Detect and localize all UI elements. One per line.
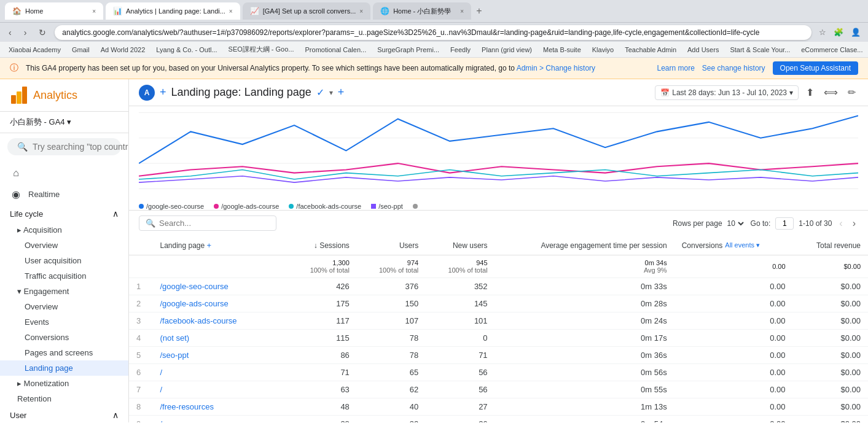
section-lifecycle[interactable]: Life cycle ∧: [0, 205, 128, 222]
sidebar-item-overview[interactable]: Overview: [0, 238, 128, 253]
bookmark-xiaobai-academy[interactable]: Xiaobai Academy: [5, 45, 65, 55]
row-landing-page[interactable]: /facebook-ads-course: [152, 312, 287, 330]
see-change-history-button[interactable]: See change history: [702, 61, 765, 75]
bookmark-teachable[interactable]: Teachable Admin: [621, 45, 680, 55]
row-conversions: 0.00: [674, 416, 793, 423]
property-selector[interactable]: 小白新勢 - GA4 ▾: [0, 112, 128, 133]
date-range-selector[interactable]: 📅 Last 28 days: Jun 13 - Jul 10, 2023 ▾: [655, 85, 799, 100]
learn-more-button[interactable]: Learn more: [657, 61, 694, 75]
col-new-users[interactable]: New users: [426, 236, 495, 255]
share-button[interactable]: ⬆: [803, 84, 816, 101]
col-landing-page[interactable]: Landing page +: [152, 236, 287, 255]
sort-icon: ↓: [314, 241, 318, 250]
row-users: 78: [357, 330, 426, 347]
row-num: 1: [129, 278, 152, 295]
refresh-button[interactable]: ↻: [35, 26, 50, 39]
bookmark-promo[interactable]: Promotional Calen...: [302, 45, 370, 55]
sidebar-item-engagement-overview[interactable]: Overview: [0, 299, 128, 314]
table-row: 6 / 71 65 56 0m 56s 0.00 $0.00: [129, 364, 868, 381]
bookmark-feedly[interactable]: Feedly: [447, 45, 474, 55]
bookmark-gmail[interactable]: Gmail: [68, 45, 93, 55]
sidebar-item-traffic-acquisition[interactable]: Traffic acquisition: [0, 268, 128, 284]
row-landing-page[interactable]: /google-ads-course: [152, 295, 287, 312]
tab-analytics[interactable]: 📊 Analytics | Landing page: Landi... ×: [106, 2, 240, 20]
row-landing-page[interactable]: /: [152, 381, 287, 398]
row-landing-page[interactable]: /seo-ppt: [152, 347, 287, 364]
address-input[interactable]: [55, 25, 811, 40]
row-users: 40: [357, 398, 426, 416]
add-report-button[interactable]: +: [160, 86, 166, 99]
section-user[interactable]: User ∧: [0, 406, 128, 422]
sidebar-item-retention[interactable]: Retention: [0, 391, 123, 406]
total-conversions: 0.00: [674, 255, 793, 278]
bookmark-lyang[interactable]: Lyang & Co. - Outl...: [152, 45, 221, 55]
back-button[interactable]: ‹: [5, 26, 15, 39]
row-landing-page[interactable]: /google-seo-course: [152, 278, 287, 295]
search-icon: 🔍: [146, 219, 155, 228]
tab-ga4[interactable]: 📈 [GA4] Set up a scroll convers... ×: [243, 2, 370, 20]
forward-button[interactable]: ›: [20, 26, 31, 39]
rows-per-page-select[interactable]: 10 25 50: [725, 219, 746, 228]
bookmark-addusers[interactable]: Add Users: [684, 45, 722, 55]
row-landing-page[interactable]: (not set): [152, 330, 287, 347]
bookmark-klaviyo[interactable]: Klaviyo: [588, 45, 617, 55]
bookmark-plann[interactable]: Plann (grid view): [478, 45, 536, 55]
bookmark-adworld[interactable]: Ad World 2022: [97, 45, 149, 55]
col-revenue[interactable]: Total revenue: [793, 236, 868, 255]
sidebar-item-pages-screens[interactable]: Pages and screens: [0, 345, 128, 360]
bookmark-seo[interactable]: SEO課程大綱 - Goo...: [225, 44, 298, 55]
bookmark-ecommerce[interactable]: eCommerce Clase...: [797, 45, 866, 55]
sidebar-item-realtime[interactable]: ◉ Realtime: [0, 184, 123, 205]
sidebar-item-conversions[interactable]: Conversions: [0, 330, 128, 345]
prev-page-button[interactable]: ‹: [837, 217, 845, 230]
row-landing-page[interactable]: /courses: [152, 416, 287, 423]
svg-rect-1: [17, 91, 22, 104]
col-sessions[interactable]: ↓ Sessions: [287, 236, 356, 255]
new-tab-button[interactable]: +: [474, 3, 484, 19]
add-comparison-button[interactable]: +: [338, 86, 345, 99]
sidebar-item-user-acquisition[interactable]: User acquisition: [0, 253, 128, 268]
tab-close-home[interactable]: ×: [92, 8, 96, 15]
row-landing-page[interactable]: /: [152, 364, 287, 381]
sidebar-search-input[interactable]: [33, 142, 129, 152]
extension-icon[interactable]: 🧩: [831, 26, 846, 38]
col-users[interactable]: Users: [357, 236, 426, 255]
notification-icon: ⓘ: [10, 63, 18, 74]
sidebar-item-landing-page[interactable]: Landing page: [0, 360, 128, 376]
row-landing-page[interactable]: /free-resources: [152, 398, 287, 416]
tab-close-xiaobai[interactable]: ×: [460, 8, 464, 15]
sidebar-item-home[interactable]: ⌂: [0, 163, 123, 184]
tab-xiaobai[interactable]: 🌐 Home - 小白新勢學 ×: [373, 2, 471, 20]
edit-button[interactable]: ✏: [845, 84, 858, 101]
compare-button[interactable]: ⟺: [821, 84, 840, 101]
open-setup-assistant-button[interactable]: Open Setup Assistant: [773, 61, 858, 75]
table-row: 3 /facebook-ads-course 117 107 101 0m 24…: [129, 312, 868, 330]
app-layout: Analytics 小白新勢 - GA4 ▾ 🔍 ⌂ ◉ Realtime Li…: [0, 79, 868, 422]
sidebar-item-acquisition[interactable]: ▸ Acquisition: [0, 222, 123, 238]
admin-change-history-link[interactable]: Admin > Change history: [517, 64, 595, 72]
tab-close-ga4[interactable]: ×: [359, 8, 363, 15]
bookmark-surge[interactable]: SurgeGraph Premi...: [373, 45, 443, 55]
bookmark-startscale[interactable]: Start & Scale Your...: [726, 45, 794, 55]
profile-icon[interactable]: 👤: [848, 26, 863, 38]
sidebar-item-engagement[interactable]: ▾ Engagement: [0, 284, 123, 299]
table-row: 8 /free-resources 48 40 27 1m 13s 0.00 $…: [129, 398, 868, 416]
col-conversions[interactable]: Conversions All events ▾: [674, 236, 793, 255]
tab-close-analytics[interactable]: ×: [229, 8, 233, 15]
row-revenue: $0.00: [793, 416, 868, 423]
sidebar-item-monetization[interactable]: ▸ Monetization: [0, 376, 123, 391]
go-to-input[interactable]: [775, 217, 794, 230]
bookmark-meta[interactable]: Meta B-suite: [539, 45, 585, 55]
sidebar-item-events[interactable]: Events: [0, 314, 128, 330]
all-events-link[interactable]: All events ▾: [725, 241, 760, 249]
row-sessions: 115: [287, 330, 356, 347]
tab-home[interactable]: 🏠 Home ×: [5, 2, 103, 20]
next-page-button[interactable]: ›: [850, 217, 858, 230]
col-avg-engagement[interactable]: Average engagement time per session: [495, 236, 674, 255]
totals-new-users-pct: 100% of total: [433, 266, 487, 274]
table-search-input[interactable]: [159, 219, 270, 228]
add-dimension-button[interactable]: +: [207, 241, 212, 250]
report-title-chevron-icon[interactable]: ▾: [329, 88, 333, 97]
report-actions: 📅 Last 28 days: Jun 13 - Jul 10, 2023 ▾ …: [655, 84, 858, 101]
bookmark-icon[interactable]: ☆: [816, 26, 829, 38]
